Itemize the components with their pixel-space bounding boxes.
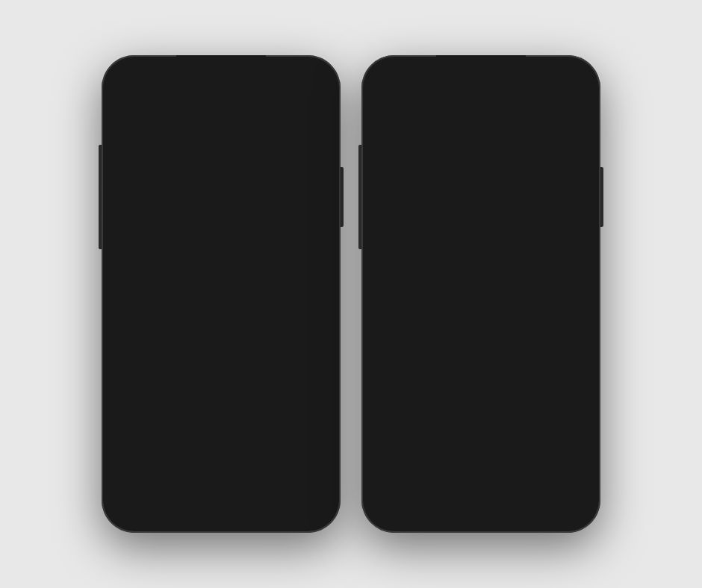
label-tight-toned: TIGHT & TONED	[224, 263, 320, 271]
app-title-2: Workouts	[384, 98, 578, 118]
lock-icon-2: 🔒	[544, 78, 553, 86]
thumb-strength	[382, 308, 478, 368]
nav-label-overview-1: Overview	[122, 505, 151, 513]
lock-icon-1: 🔒	[285, 78, 293, 86]
phone-1-app-header: Workouts Weekly plan Collections	[112, 93, 330, 149]
svg-rect-88	[484, 345, 580, 367]
workout-group-whole-body: Whole Body Shape Up	[122, 183, 320, 271]
svg-rect-97	[541, 337, 548, 340]
workout-cards-whole-body: CHEST, CORE & BOOTY	[122, 200, 320, 271]
phase-title-1: Trimester 3	[122, 158, 202, 175]
thumb-low-impact	[224, 300, 320, 360]
workout-cards-upper-body: SUPER MAMA UPPER BODY CHALLENGE	[382, 200, 580, 279]
workout-group-lower-body: Lower Body Strength	[382, 291, 580, 387]
label-low-impact: LOW IMPACT BURN	[224, 363, 320, 371]
workout-card-super-mama[interactable]: SUPER MAMA UPPER BODY CHALLENGE	[382, 200, 478, 279]
label-lower-body-strength: LOWER BODY STRENGTH	[484, 371, 580, 379]
label-super-mama: SUPER MAMA UPPER BODY CHALLENGE	[382, 263, 478, 279]
nav-overview-2[interactable]: Overview	[382, 489, 411, 513]
nav-label-overview-2: Overview	[382, 505, 411, 513]
calendar-icon-1	[225, 489, 240, 504]
heart-icon-1	[129, 489, 144, 504]
person-icon-1	[302, 489, 317, 504]
tab-collections-2[interactable]: Collections	[481, 125, 578, 148]
nav-label-blog-2: Blog	[525, 505, 538, 513]
change-btn-1[interactable]: Change	[270, 160, 320, 175]
label-mastering: MASTERING MOTHERHOOD BURN	[122, 363, 218, 379]
tab-weekly-plan-1[interactable]: Weekly plan	[124, 125, 221, 148]
workout-card-lower-body-strength[interactable]: LOWER BODY STRENGTH	[484, 308, 580, 387]
svg-rect-100	[487, 492, 497, 502]
tab-weekly-plan-2[interactable]: Weekly plan	[384, 125, 481, 148]
thumb-super-mama	[382, 200, 478, 260]
thumb-svg-super-mama-arms	[484, 200, 580, 260]
svg-point-90	[526, 319, 538, 331]
nav-label-workouts-2: Workouts	[432, 505, 460, 513]
nav-label-workouts-1: Workouts	[172, 505, 200, 513]
thumb-mastering	[122, 300, 218, 360]
workout-card-super-mama-arms[interactable]: SUPER MAMA ARMS, BACK & BOOTY	[484, 200, 580, 279]
time-1: 14:52	[228, 76, 251, 87]
svg-rect-15	[224, 241, 320, 260]
workout-card-tight-toned[interactable]: TIGHT & TONED	[224, 200, 320, 271]
wifi-icon-2: 📶	[446, 78, 455, 86]
svg-point-16	[266, 215, 278, 227]
svg-point-26	[190, 304, 217, 340]
phone-1-bottom-nav: Overview Workouts Phases	[112, 481, 330, 522]
svg-rect-59	[408, 246, 444, 251]
group-label-cardio-burn: Mama's Cardio Burn	[122, 283, 320, 294]
thumb-svg-low-impact	[224, 300, 320, 360]
wifi-icon-1: 📶	[186, 78, 195, 86]
time-2: 14:54	[488, 76, 511, 87]
nav-workouts-2[interactable]: Workouts	[432, 489, 460, 513]
label-super-mama-arms: SUPER MAMA ARMS, BACK & BOOTY	[484, 263, 580, 279]
svg-rect-86	[440, 333, 449, 336]
chat-icon-2	[524, 489, 539, 504]
workout-cards-lower-body: STRENGTH FOR MOTHERHOOD	[382, 308, 580, 387]
workout-card-mastering[interactable]: MASTERING MOTHERHOOD BURN	[122, 300, 218, 379]
status-right-1: 🔒 92% ▓	[285, 78, 318, 86]
tabs-2: Weekly plan Collections	[384, 125, 578, 149]
svg-rect-22	[239, 207, 242, 244]
nav-overview-1[interactable]: Overview	[122, 489, 151, 513]
nav-label-phases-1: Phases	[221, 505, 243, 513]
nav-blog-1[interactable]: Blog	[264, 489, 279, 513]
thumb-super-mama-arms	[484, 200, 580, 260]
group-label-lower-body: Lower Body Strength	[382, 291, 580, 302]
nav-phases-2[interactable]: Phases	[481, 489, 503, 513]
nav-label-phases-2: Phases	[481, 505, 503, 513]
battery-1: 92%	[296, 78, 311, 86]
play-icon-2	[438, 489, 453, 504]
group-label-upper-body: Upper Body Strength	[382, 183, 580, 194]
nav-blog-2[interactable]: Blog	[524, 489, 539, 513]
phase-header-2: Postnatal Phase 1 Change	[382, 158, 580, 175]
phone-2: ●●● PremiumSIM 📶 14:54 🔒 91% ▓ Workouts …	[361, 55, 600, 533]
phone-1-content: Trimester 3 Change Whole Body Shape Up	[112, 149, 330, 509]
phase-title-2: Postnatal Phase 1	[382, 158, 510, 175]
tab-collections-1[interactable]: Collections	[221, 125, 318, 148]
nav-profile-2[interactable]: Profile	[560, 489, 580, 513]
phone-1-screen: ●●● PremiumSIM 📶 14:52 🔒 92% ▓ Workouts …	[112, 66, 330, 522]
workout-card-low-impact[interactable]: LOW IMPACT BURN	[224, 300, 320, 379]
change-btn-2[interactable]: Change	[530, 160, 580, 175]
workout-card-strength[interactable]: STRENGTH FOR MOTHERHOOD	[382, 308, 478, 387]
nav-workouts-1[interactable]: Workouts	[172, 489, 200, 513]
signal-icon-1: ●●●	[124, 78, 137, 86]
thumb-svg-mastering	[122, 300, 218, 360]
thumb-svg-chest-core	[122, 200, 218, 260]
svg-rect-45	[227, 492, 237, 502]
group-label-whole-body: Whole Body Shape Up	[122, 183, 320, 194]
nav-profile-1[interactable]: Profile	[300, 489, 320, 513]
workout-group-cardio-burn: Mama's Cardio Burn	[122, 283, 320, 379]
heart-icon-2	[389, 489, 404, 504]
phone-1-status-bar: ●●● PremiumSIM 📶 14:52 🔒 92% ▓	[112, 66, 330, 93]
nav-phases-1[interactable]: Phases	[221, 489, 243, 513]
phone-2-app-header: Workouts Weekly plan Collections	[372, 93, 590, 149]
label-strength: STRENGTH FOR MOTHERHOOD	[382, 371, 478, 387]
phone-1: ●●● PremiumSIM 📶 14:52 🔒 92% ▓ Workouts …	[102, 55, 341, 533]
battery-icon-2: ▓	[573, 78, 578, 86]
svg-point-104	[568, 491, 572, 495]
svg-point-53	[420, 215, 432, 227]
thumb-chest-core	[122, 200, 218, 260]
workout-card-chest-core[interactable]: CHEST, CORE & BOOTY	[122, 200, 218, 271]
